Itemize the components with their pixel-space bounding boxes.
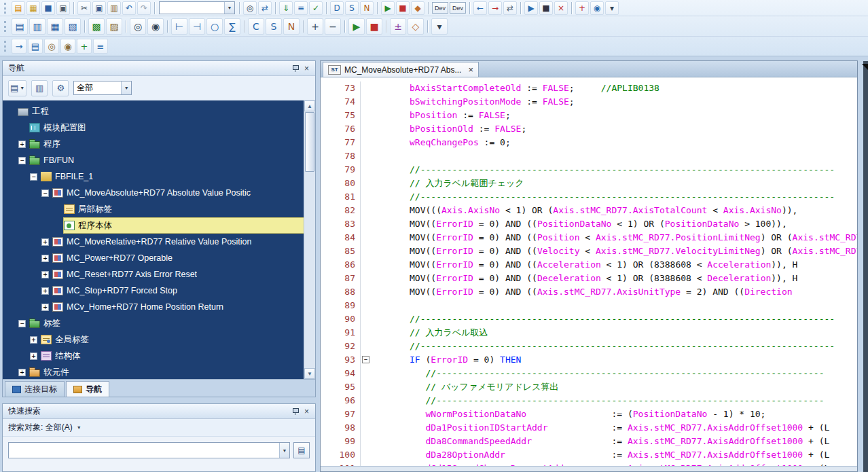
code-line[interactable]: 74bSwitchingPositonMode := FALSE;: [321, 95, 857, 109]
code-line[interactable]: 82MOV(((Axis.AxisNo < 1) OR (Axis.stMC_R…: [321, 204, 857, 217]
fb-property-icon[interactable]: ▨: [106, 18, 122, 35]
code-line[interactable]: 80// 入力ラベル範囲チェック: [321, 177, 857, 190]
right-edge-scrollbar[interactable]: [863, 61, 868, 472]
toolbar-overflow-icon[interactable]: ▾: [605, 1, 619, 15]
scroll-down-icon[interactable]: ▼: [304, 368, 315, 379]
remote-run-icon[interactable]: ▶: [524, 1, 538, 15]
toolbar-grip[interactable]: [4, 41, 7, 52]
tree-item[interactable]: −MC_MoveAbsolute+RD77 Absolute Value Pos…: [3, 185, 304, 201]
replace-in-project-icon[interactable]: ◉: [60, 39, 75, 54]
tree-item[interactable]: +MCv_Home+RD77 Home Position Return: [3, 299, 304, 315]
settings-button[interactable]: ⚙: [52, 80, 69, 96]
scrollbar-thumb[interactable]: [305, 112, 314, 172]
code-line[interactable]: 94 //-----------------------------------…: [321, 367, 857, 380]
code-line[interactable]: 76bPositionOld := FALSE;: [321, 122, 857, 136]
code-line[interactable]: 75bPosition := FALSE;: [321, 109, 857, 122]
statement-icon[interactable]: S: [345, 1, 359, 15]
tree-item[interactable]: +MC_Reset+RD77 Axis Error Reset: [3, 266, 304, 283]
tree-item[interactable]: 程序本体: [3, 217, 304, 234]
online-verify-icon[interactable]: ⇄: [503, 1, 517, 15]
tree-item[interactable]: +MC_Stop+RD77 Forced Stop: [3, 283, 304, 299]
display-mode-button[interactable]: ▤▼: [8, 80, 26, 96]
code-line[interactable]: 99 dDa8CommandSpeedAddr := Axis.stMC_RD7…: [321, 435, 857, 448]
diagnostics-icon[interactable]: +: [575, 1, 589, 15]
bookmark-list-icon[interactable]: ▤: [28, 39, 43, 54]
program-editor-icon[interactable]: ▩: [88, 18, 105, 35]
comment-display-icon[interactable]: C: [248, 18, 264, 35]
close-button[interactable]: ×: [301, 62, 312, 74]
code-line[interactable]: 83MOV((ErrorID = 0) AND ((PositionDataNo…: [321, 217, 857, 231]
navigation-window-icon[interactable]: ▤: [12, 18, 28, 35]
element-selection-icon[interactable]: ▥: [29, 18, 46, 35]
toolbar-grip[interactable]: [4, 21, 7, 32]
system-monitor-icon[interactable]: ◉: [590, 1, 604, 15]
monitor-write-icon[interactable]: ◆: [411, 1, 424, 15]
code-line[interactable]: 97 wNormPositionDataNo := (PositionDataN…: [321, 407, 857, 421]
print-icon[interactable]: ▣: [56, 1, 70, 15]
expand-toggle-icon[interactable]: +: [41, 238, 49, 246]
tree-item[interactable]: 工程: [3, 103, 304, 120]
online-read-icon[interactable]: ←: [473, 1, 487, 15]
dropdown-arrow-icon[interactable]: ▼: [279, 443, 289, 458]
expand-toggle-icon[interactable]: −: [18, 320, 26, 327]
code-line[interactable]: 73bAxisStartCompleteOld := FALSE; //APLI…: [321, 81, 857, 95]
tree-item[interactable]: +结构体: [3, 348, 304, 364]
stop-monitoring-icon[interactable]: ■: [366, 18, 382, 35]
paste-icon[interactable]: ▥: [107, 1, 121, 15]
dropdown-arrow-icon[interactable]: ▼: [121, 81, 131, 94]
tab-navigation[interactable]: 导航: [66, 381, 109, 397]
jump-icon[interactable]: →: [12, 39, 26, 54]
expand-toggle-icon[interactable]: +: [41, 271, 49, 278]
note-icon[interactable]: N: [360, 1, 374, 15]
expand-toggle-icon[interactable]: +: [41, 304, 49, 311]
code-line[interactable]: 93−IF (ErrorID = 0) THEN: [321, 353, 857, 367]
new-project-icon[interactable]: ▤: [12, 1, 25, 15]
tree-item[interactable]: +软元件: [3, 364, 304, 379]
expand-toggle-icon[interactable]: +: [41, 255, 49, 262]
remote-stop-icon[interactable]: ■: [539, 1, 553, 15]
open-project-icon[interactable]: ▦: [26, 1, 40, 15]
code-line[interactable]: 88MOV((ErrorID = 0) AND ((Axis.stMC_RD77…: [321, 285, 857, 299]
save-project-icon[interactable]: ■: [41, 1, 55, 15]
note-display-icon[interactable]: N: [283, 18, 300, 35]
code-line[interactable]: 96 //-----------------------------------…: [321, 394, 857, 407]
tree-item[interactable]: +程序: [3, 136, 304, 152]
undo-icon[interactable]: ↶: [122, 1, 136, 15]
toolbar-grip[interactable]: [4, 3, 7, 14]
redo-icon[interactable]: ↷: [137, 1, 151, 15]
check-program-icon[interactable]: ✓: [309, 1, 323, 15]
tree-item[interactable]: 局部标签: [3, 201, 304, 217]
dropdown-arrow-icon[interactable]: ▼: [224, 2, 234, 14]
instruction-icon[interactable]: ∑: [224, 18, 240, 35]
copy-icon[interactable]: ▣: [92, 1, 106, 15]
filter-combo[interactable]: 全部 ▼: [73, 81, 132, 95]
code-line[interactable]: 91// 入力ラベル取込: [321, 326, 857, 340]
online-write-icon[interactable]: →: [488, 1, 502, 15]
statement-display-icon[interactable]: S: [266, 18, 282, 35]
fold-toggle-icon[interactable]: −: [362, 356, 369, 363]
toolbar-options-icon[interactable]: ▾: [431, 18, 448, 35]
cross-reference-icon[interactable]: ⇄: [258, 1, 272, 15]
replace-icon[interactable]: ◉: [147, 18, 164, 35]
code-line[interactable]: 79//------------------------------------…: [321, 163, 857, 177]
zoom-out-icon[interactable]: −: [325, 18, 341, 35]
search-input[interactable]: ▼: [8, 442, 290, 458]
code-line[interactable]: 95 // バッファメモリアドレス算出: [321, 380, 857, 394]
line-statement-list-icon[interactable]: ≡: [93, 39, 108, 54]
tree-item[interactable]: +全局标签: [3, 331, 304, 348]
horizontal-scrollbar[interactable]: [321, 466, 857, 471]
collapse-all-button[interactable]: ▥: [31, 80, 48, 96]
close-tab-icon[interactable]: ×: [468, 65, 473, 75]
code-editor[interactable]: 73bAxisStartCompleteOld := FALSE; //APLI…: [321, 77, 857, 466]
find-icon[interactable]: ◎: [130, 18, 146, 35]
find-in-project-icon[interactable]: ◎: [44, 39, 59, 54]
monitor-start-icon[interactable]: ▶: [381, 1, 395, 15]
expand-toggle-icon[interactable]: −: [41, 189, 49, 197]
code-line[interactable]: 90//------------------------------------…: [321, 312, 857, 326]
editor-tab[interactable]: ST MC_MoveAbsolute+RD77 Abs... ×: [323, 62, 479, 77]
code-line[interactable]: 86MOV((ErrorID = 0) AND ((Acceleration <…: [321, 258, 857, 272]
window-select-combo[interactable]: ▼: [159, 1, 235, 14]
code-line[interactable]: 77wReqChangePos := 0;: [321, 136, 857, 149]
pin-button[interactable]: [289, 405, 301, 417]
tree-item[interactable]: −标签: [3, 315, 304, 331]
